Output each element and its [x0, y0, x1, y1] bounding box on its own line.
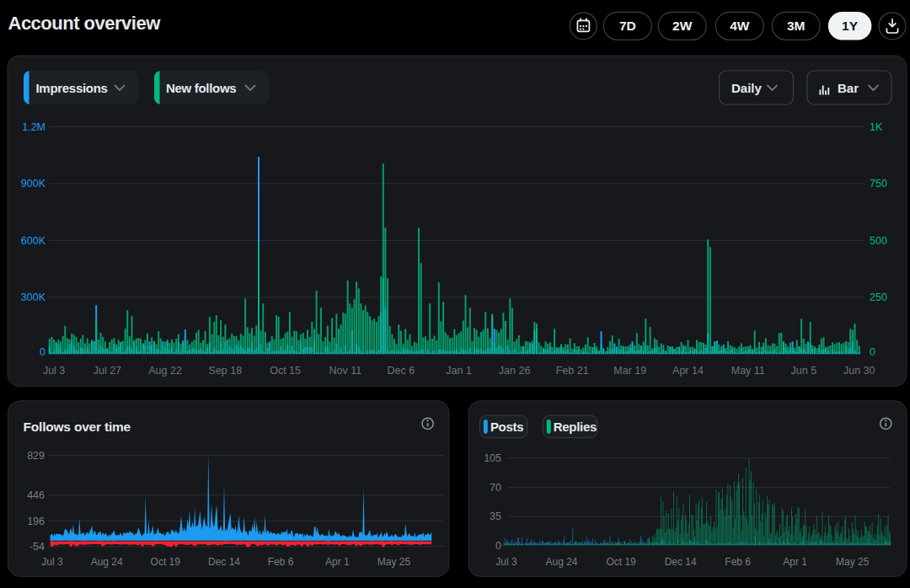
- svg-text:Aug 24: Aug 24: [545, 556, 577, 568]
- svg-text:Feb 6: Feb 6: [725, 556, 751, 568]
- svg-text:Posts: Posts: [490, 420, 523, 434]
- svg-text:750: 750: [870, 178, 887, 190]
- svg-text:Jan 1: Jan 1: [446, 365, 472, 377]
- svg-text:Feb 21: Feb 21: [556, 365, 589, 377]
- svg-text:1K: 1K: [870, 121, 883, 133]
- svg-text:Jun 30: Jun 30: [843, 365, 875, 377]
- svg-text:0: 0: [870, 346, 875, 358]
- svg-text:196: 196: [27, 516, 45, 527]
- svg-text:Jul 27: Jul 27: [94, 365, 121, 377]
- svg-text:105: 105: [484, 452, 501, 464]
- svg-text:Bar: Bar: [838, 81, 859, 95]
- svg-text:Oct 15: Oct 15: [270, 365, 301, 377]
- svg-text:Oct 19: Oct 19: [151, 556, 181, 568]
- svg-text:Apr 14: Apr 14: [672, 365, 704, 377]
- svg-text:1Y: 1Y: [842, 19, 859, 33]
- svg-text:Jul 3: Jul 3: [495, 556, 517, 568]
- svg-text:Aug 22: Aug 22: [148, 365, 182, 377]
- svg-text:Replies: Replies: [554, 420, 597, 434]
- svg-text:600K: 600K: [21, 235, 46, 247]
- svg-text:Sep 18: Sep 18: [209, 365, 243, 377]
- svg-text:Jan 26: Jan 26: [499, 365, 531, 377]
- svg-text:Dec 14: Dec 14: [665, 556, 697, 568]
- svg-text:-54: -54: [29, 541, 45, 553]
- svg-text:Daily: Daily: [731, 81, 763, 95]
- svg-text:300K: 300K: [21, 291, 46, 303]
- svg-text:Jul 3: Jul 3: [41, 556, 63, 568]
- svg-text:3M: 3M: [787, 19, 806, 33]
- svg-text:Jul 3: Jul 3: [43, 365, 65, 377]
- svg-text:Nov 11: Nov 11: [329, 365, 362, 377]
- svg-text:446: 446: [27, 489, 45, 501]
- svg-text:829: 829: [27, 450, 45, 462]
- svg-text:1.2M: 1.2M: [22, 121, 46, 133]
- svg-text:2W: 2W: [672, 19, 693, 33]
- svg-text:May 25: May 25: [836, 556, 870, 568]
- svg-text:Impressions: Impressions: [36, 81, 108, 95]
- svg-text:900K: 900K: [21, 178, 46, 190]
- svg-text:0: 0: [40, 346, 46, 358]
- svg-text:Dec 6: Dec 6: [388, 365, 415, 377]
- svg-text:35: 35: [490, 510, 501, 522]
- svg-text:Follows over time: Follows over time: [24, 420, 131, 434]
- svg-text:Apr 1: Apr 1: [325, 556, 350, 568]
- svg-text:Aug 24: Aug 24: [91, 556, 123, 568]
- svg-text:Mar 19: Mar 19: [613, 365, 646, 377]
- svg-text:Oct 19: Oct 19: [606, 556, 636, 568]
- svg-text:0: 0: [495, 540, 501, 552]
- svg-text:May 11: May 11: [731, 365, 765, 377]
- svg-text:May 25: May 25: [377, 556, 411, 568]
- svg-text:70: 70: [490, 482, 501, 494]
- svg-text:250: 250: [870, 291, 887, 303]
- svg-text:500: 500: [870, 235, 887, 247]
- svg-text:Account overview: Account overview: [8, 13, 162, 34]
- svg-text:Apr 1: Apr 1: [783, 556, 807, 568]
- svg-text:4W: 4W: [730, 19, 750, 33]
- svg-text:7D: 7D: [619, 19, 636, 33]
- svg-text:Dec 14: Dec 14: [208, 556, 240, 568]
- svg-text:New follows: New follows: [166, 81, 236, 95]
- svg-text:Jun 5: Jun 5: [791, 365, 817, 377]
- svg-text:Feb 6: Feb 6: [268, 556, 294, 568]
